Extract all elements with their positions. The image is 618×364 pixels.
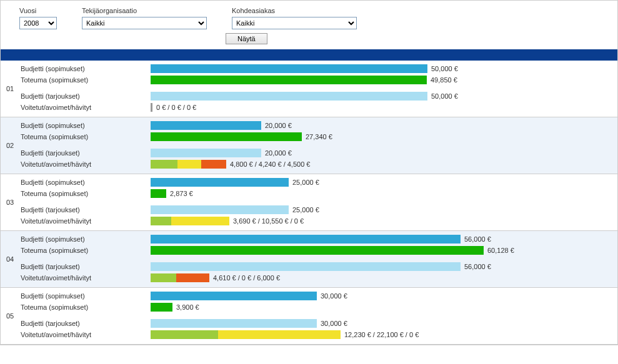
bar-area: 3,900 € [151,303,617,312]
bar-area: 4,800 € / 4,240 € / 4,500 € [151,160,617,169]
open-segment [177,160,201,169]
filter-year-label: Vuosi [19,7,57,14]
value-label: 20,000 € [265,122,292,129]
month-body: Budjetti (sopimukset)30,000 €Toteuma (so… [19,288,617,344]
value-label: 25,000 € [292,206,319,214]
bar-area: 30,000 € [151,319,617,328]
bar-area: 25,000 € [151,178,617,187]
actual-contracts-label: Toteuma (sopimukset) [19,247,151,254]
report-page: Vuosi 2008 Tekijäorganisaatio Kaikki Koh… [0,0,618,345]
bar-area: 50,000 € [151,64,617,73]
won-segment [151,217,171,225]
budget-contracts-row: Budjetti (sopimukset)20,000 € [19,120,617,131]
actual-contracts-row: Toteuma (sopimukset)60,128 € [19,245,617,256]
won-open-lost-label: Voitetut/avoimet/hävityt [19,274,151,282]
month-body: Budjetti (sopimukset)20,000 €Toteuma (so… [19,117,617,174]
bar-area: 3,690 € / 10,550 € / 0 € [151,217,617,225]
won-open-lost-row: Voitetut/avoimet/hävityt0 € / 0 € / 0 € [19,102,617,113]
budget-offers-bar [151,92,427,101]
bar-area: 49,850 € [151,76,617,84]
month-id: 05 [1,288,19,344]
won-open-lost-label: Voitetut/avoimet/hävityt [19,331,151,338]
value-label: 56,000 € [464,235,491,243]
month-block: 03Budjetti (sopimukset)25,000 €Toteuma (… [1,174,617,231]
button-row: Näytä [1,33,617,49]
budget-offers-row: Budjetti (tarjoukset)56,000 € [19,261,617,272]
lost-segment [176,273,209,282]
org-select[interactable]: Kaikki [82,17,207,29]
actual-contracts-bar [151,76,427,84]
actual-contracts-label: Toteuma (sopimukset) [19,76,151,84]
month-body: Budjetti (sopimukset)50,000 €Toteuma (so… [19,61,617,117]
month-id: 04 [1,231,19,287]
value-label: 4,800 € / 4,240 € / 4,500 € [230,160,310,168]
actual-contracts-row: Toteuma (sopimukset)27,340 € [19,131,617,142]
year-select[interactable]: 2008 [19,17,57,29]
value-label: 3,690 € / 10,550 € / 0 € [233,217,304,225]
customer-select[interactable]: Kaikki [232,17,357,29]
value-label: 56,000 € [464,263,491,270]
budget-offers-row: Budjetti (tarjoukset)25,000 € [19,204,617,215]
bar-area: 50,000 € [151,92,617,101]
actual-contracts-row: Toteuma (sopimukset)3,900 € [19,302,617,313]
bar-area: 20,000 € [151,121,617,130]
actual-contracts-row: Toteuma (sopimukset)49,850 € [19,74,617,86]
value-label: 30,000 € [321,292,347,300]
actual-contracts-row: Toteuma (sopimukset)2,873 € [19,188,617,199]
bar-area: 0 € / 0 € / 0 € [151,103,617,112]
actual-contracts-label: Toteuma (sopimukset) [19,303,151,311]
filter-org: Tekijäorganisaatio Kaikki [82,7,207,29]
bar-area: 2,873 € [151,189,617,198]
value-label: 2,873 € [170,190,193,197]
month-id: 01 [1,61,19,117]
won-open-lost-label: Voitetut/avoimet/hävityt [19,217,151,225]
empty-bar-stub [151,103,152,112]
value-label: 4,610 € / 0 € / 6,000 € [213,274,280,282]
value-label: 3,900 € [176,303,199,311]
actual-contracts-label: Toteuma (sopimukset) [19,190,151,197]
table-header-bar [1,49,617,61]
budget-contracts-row: Budjetti (sopimukset)50,000 € [19,63,617,74]
budget-contracts-bar [151,178,289,187]
show-button[interactable]: Näytä [226,33,267,44]
budget-offers-label: Budjetti (tarjoukset) [19,320,151,327]
actual-contracts-bar [151,132,302,141]
bar-area: 30,000 € [151,292,617,300]
budget-offers-label: Budjetti (tarjoukset) [19,206,151,214]
value-label: 20,000 € [265,149,292,157]
month-block: 05Budjetti (sopimukset)30,000 €Toteuma (… [1,288,617,345]
budget-contracts-label: Budjetti (sopimukset) [19,122,151,129]
month-id: 03 [1,174,19,230]
budget-contracts-label: Budjetti (sopimukset) [19,292,151,300]
budget-contracts-bar [151,292,317,300]
open-segment [218,330,341,339]
value-label: 50,000 € [431,92,458,100]
bar-area: 12,230 € / 22,100 € / 0 € [151,330,617,339]
month-block: 01Budjetti (sopimukset)50,000 €Toteuma (… [1,61,617,117]
budget-offers-label: Budjetti (tarjoukset) [19,92,151,100]
won-segment [151,330,218,339]
bar-area: 27,340 € [151,132,617,141]
month-id: 02 [1,117,19,174]
budget-offers-row: Budjetti (tarjoukset)30,000 € [19,318,617,329]
bar-area: 25,000 € [151,205,617,214]
actual-contracts-bar [151,303,172,312]
month-body: Budjetti (sopimukset)25,000 €Toteuma (so… [19,174,617,230]
bar-area: 56,000 € [151,235,617,243]
budget-contracts-row: Budjetti (sopimukset)30,000 € [19,290,617,302]
value-label: 60,128 € [487,247,514,254]
budget-contracts-label: Budjetti (sopimukset) [19,179,151,186]
budget-contracts-bar [151,121,261,130]
month-block: 04Budjetti (sopimukset)56,000 €Toteuma (… [1,231,617,288]
month-block: 02Budjetti (sopimukset)20,000 €Toteuma (… [1,117,617,174]
won-segment [151,273,176,282]
won-segment [151,160,177,169]
actual-contracts-label: Toteuma (sopimukset) [19,133,151,140]
value-label: 30,000 € [321,320,347,327]
actual-contracts-bar [151,246,484,255]
won-open-lost-label: Voitetut/avoimet/hävityt [19,160,151,168]
won-open-lost-label: Voitetut/avoimet/hävityt [19,104,151,111]
budget-offers-label: Budjetti (tarjoukset) [19,149,151,157]
filter-customer-label: Kohdeasiakas [232,7,357,14]
bar-area: 20,000 € [151,149,617,157]
